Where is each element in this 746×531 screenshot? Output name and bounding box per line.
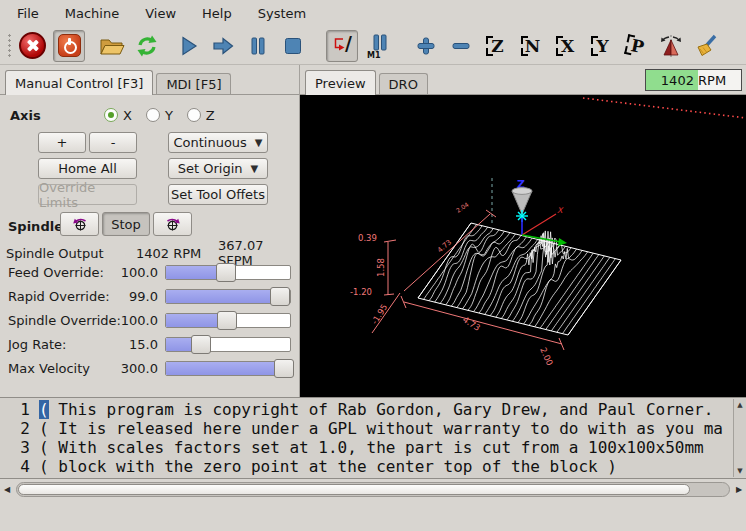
axis-radio-z-label: Z (206, 108, 215, 123)
spindle-override-slider[interactable] (165, 313, 291, 328)
step-button[interactable] (209, 31, 237, 61)
tab-manual-control[interactable]: Manual Control [F3] (5, 70, 153, 95)
gcode-listing[interactable]: 1( This program is copyright of Rab Gord… (0, 397, 746, 479)
scroll-down-icon[interactable]: ▼ (737, 467, 742, 475)
menu-file[interactable]: File (4, 2, 52, 25)
dimension-lines (372, 210, 564, 350)
letter-y-icon: Y (590, 34, 612, 58)
dim-x-extent: 4.73 (461, 314, 482, 333)
view-y-button[interactable]: Y (587, 31, 615, 61)
axis-radio-x[interactable] (104, 108, 118, 122)
machine-power-button[interactable] (53, 30, 85, 62)
dim-x-max: 2.00 (538, 346, 555, 367)
feed-override-slider[interactable] (165, 265, 291, 280)
rotate-view-button[interactable] (657, 31, 685, 61)
open-file-button[interactable] (98, 31, 126, 61)
menu-system[interactable]: System (245, 2, 319, 25)
home-all-button[interactable]: Home All (38, 158, 137, 179)
menu-machine[interactable]: Machine (52, 2, 132, 25)
menu-view[interactable]: View (132, 2, 189, 25)
reload-button[interactable] (133, 31, 161, 61)
max-velocity-label: Max Velocity (8, 361, 90, 376)
slider-thumb[interactable] (274, 359, 294, 378)
red-axis-label: X (557, 206, 564, 215)
chevron-down-icon: ▼ (255, 137, 263, 148)
slider-thumb[interactable] (216, 263, 236, 282)
dim-z-extent: 1.58 (376, 258, 386, 277)
stop-square-icon (283, 36, 303, 56)
estop-icon (19, 32, 46, 59)
jog-minus-button[interactable]: - (89, 132, 137, 153)
hscroll-trough[interactable] (16, 482, 730, 497)
pause-icon (249, 36, 267, 56)
slider-thumb[interactable] (270, 287, 290, 306)
gcode-vertical-scrollbar[interactable]: ▲ ▼ (733, 399, 746, 477)
max-velocity-value: 300.0 (108, 361, 158, 376)
axis-radio-z[interactable] (187, 108, 201, 122)
plus-icon (415, 35, 437, 57)
feed-override-value: 100.0 (108, 265, 158, 280)
step-arrow-icon (211, 35, 235, 57)
set-tool-offsets-button[interactable]: Set Tool Offets (168, 184, 268, 205)
slider-thumb[interactable] (191, 335, 211, 354)
scroll-up-icon[interactable]: ▲ (737, 401, 742, 409)
feed-override-row: Feed Override: 100.0 (0, 261, 296, 283)
axis-radio-y[interactable] (146, 108, 160, 122)
dim-z-min: -1.20 (350, 287, 372, 297)
dimension-labels: 0.39 1.58 -1.20 -1.95 4.73 2.00 4.73 2.0… (350, 200, 555, 367)
view-x-button[interactable]: X (552, 31, 580, 61)
jog-rate-value: 15.0 (108, 337, 158, 352)
control-pane: Manual Control [F3] MDI [F5] Axis X Y Z … (0, 65, 300, 398)
set-origin-button[interactable]: Set Origin▼ (168, 158, 268, 179)
clear-plot-button[interactable] (692, 31, 720, 61)
dim-z-max: 0.39 (358, 233, 377, 243)
skip-lines-toggle[interactable]: / (326, 30, 358, 62)
spindle-rpm-meter: 1402 RPM (645, 69, 742, 91)
power-icon (58, 34, 81, 57)
tab-dro[interactable]: DRO (379, 73, 428, 94)
scroll-right-icon[interactable]: ▶ (732, 481, 746, 498)
preview-pane: Preview DRO 1402 RPM (300, 65, 746, 398)
run-button[interactable] (174, 31, 202, 61)
optional-stop-toggle[interactable]: M1 (365, 31, 393, 61)
gcode-line[interactable]: 2( It is released here under a GPL witho… (0, 419, 746, 438)
pause-button[interactable] (244, 31, 272, 61)
spindle-ccw-icon (71, 216, 89, 232)
tab-preview[interactable]: Preview (305, 70, 376, 95)
rpm-meter-text: 1402 RPM (646, 70, 741, 90)
gcode-line[interactable]: 3( With scales factors set at 1.0, the p… (0, 438, 746, 457)
estop-button[interactable] (18, 31, 46, 61)
gcode-line[interactable]: 4( block with the zero point at the cent… (0, 457, 746, 476)
zoom-out-button[interactable] (447, 31, 475, 61)
gcode-horizontal-scrollbar[interactable]: ◀ ▶ (0, 481, 746, 498)
tab-mdi[interactable]: MDI [F5] (156, 73, 231, 94)
gcode-preview-plot[interactable]: Z X (300, 95, 746, 398)
stop-button[interactable] (279, 31, 307, 61)
menu-help[interactable]: Help (189, 2, 245, 25)
linuxcnc-axis-window: File Machine View Help System (0, 0, 746, 531)
letter-p-icon: P (623, 31, 650, 59)
slider-thumb[interactable] (217, 311, 237, 330)
line-text: ( With scales factors set at 1.0, the pa… (39, 438, 746, 457)
toolbar-gripper[interactable] (7, 33, 12, 59)
line-number: 2 (0, 419, 30, 438)
rapid-override-slider[interactable] (165, 289, 291, 304)
spindle-stop-button[interactable]: Stop (102, 212, 150, 236)
view-p-button[interactable]: P (622, 31, 650, 61)
jog-rate-slider[interactable] (165, 337, 291, 352)
gcode-line[interactable]: 1( This program is copyright of Rab Gord… (0, 400, 746, 419)
max-velocity-slider[interactable] (165, 361, 291, 376)
scroll-left-icon[interactable]: ◀ (0, 481, 14, 498)
hscroll-thumb[interactable] (18, 484, 690, 495)
preview-tabs: Preview DRO 1402 RPM (300, 68, 746, 95)
refresh-icon (135, 34, 159, 58)
view-z-button[interactable]: Z (482, 31, 510, 61)
spindle-rpm-value: 1402 RPM (136, 246, 201, 261)
spindle-cw-button[interactable] (153, 212, 192, 236)
view-z2-button[interactable]: N (517, 31, 545, 61)
jog-plus-button[interactable]: + (38, 132, 86, 153)
spindle-ccw-button[interactable] (60, 212, 99, 236)
jog-increment-dropdown[interactable]: Continuous▼ (168, 132, 268, 153)
zoom-in-button[interactable] (412, 31, 440, 61)
green-axis-arrow (558, 238, 567, 246)
